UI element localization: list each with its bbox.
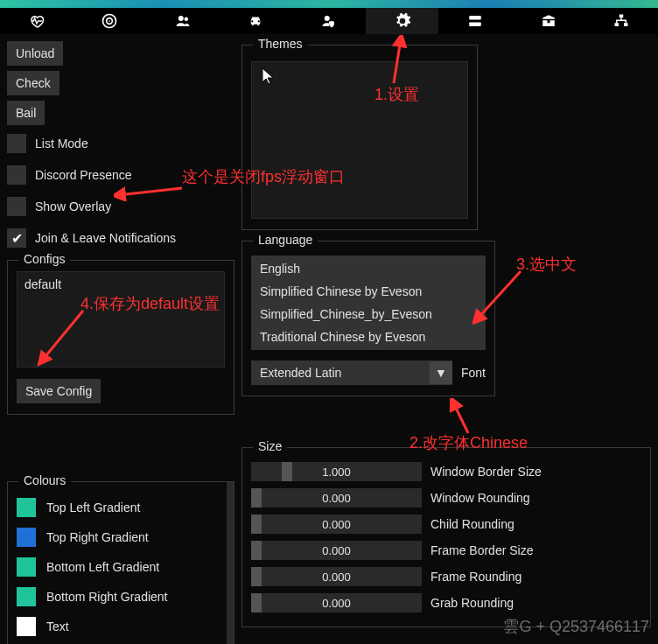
size-label: Window Rounding [430,491,641,505]
language-item[interactable]: Simplified Chinese by Eveson [251,280,486,303]
tab-vehicle[interactable] [220,8,293,34]
themes-list[interactable] [251,61,468,219]
colour-swatch[interactable] [17,528,36,547]
themes-fieldset: Themes [242,45,478,230]
size-slider[interactable]: 0.000 [251,567,422,586]
colour-swatch[interactable] [17,617,36,636]
language-fieldset: Language EnglishSimplified Chinese by Ev… [242,241,495,396]
size-slider[interactable]: 0.000 [251,541,422,560]
colour-row: Text [17,612,223,641]
unload-button[interactable]: Unload [7,41,63,66]
tab-target[interactable] [74,8,147,34]
size-fieldset: Size 1.000Window Border Size0.000Window … [242,447,651,627]
size-row: 0.000Grab Rounding [251,590,641,616]
tab-server[interactable] [438,8,512,34]
language-list: EnglishSimplified Chinese by EvesonSimpl… [251,256,486,350]
size-row: 0.000Child Rounding [251,511,641,537]
size-label: Size [253,439,287,453]
svg-rect-9 [615,23,620,26]
language-label: Language [253,233,318,247]
colour-label: Bottom Right Gradient [46,590,168,604]
list-mode-checkbox[interactable] [7,134,26,153]
list-mode-label: List Mode [35,136,88,150]
font-label: Font [461,366,486,380]
colour-row: Top Right Gradient [17,522,223,552]
svg-rect-6 [469,16,481,20]
discord-checkbox[interactable] [7,165,26,185]
language-item[interactable]: Simplified_Chinese_by_Eveson [251,303,486,326]
slider-value: 1.000 [322,466,351,479]
font-dropdown-icon[interactable]: ▼ [430,361,452,384]
language-item[interactable]: Traditional Chinese by Eveson [251,326,486,348]
slider-value: 0.000 [322,518,351,531]
colour-swatch[interactable] [17,587,36,606]
bail-button[interactable]: Bail [7,101,45,125]
size-slider[interactable]: 0.000 [251,488,422,508]
size-row: 0.000Window Rounding [251,485,641,511]
themes-label: Themes [253,37,308,51]
overlay-label: Show Overlay [35,200,111,214]
slider-value: 0.000 [322,597,351,610]
svg-rect-10 [624,23,628,26]
tab-network[interactable] [585,8,659,34]
slider-value: 0.000 [322,544,351,557]
check-button[interactable]: Check [7,71,60,95]
slider-value: 0.000 [322,492,351,505]
size-label: Child Rounding [430,517,641,531]
size-slider[interactable]: 0.000 [251,514,422,534]
tab-box[interactable] [512,8,585,34]
overlay-checkbox[interactable] [7,197,26,216]
svg-point-3 [178,16,184,21]
svg-point-4 [184,18,188,22]
configs-fieldset: Configs Save Config [7,260,234,415]
slider-value: 0.000 [322,570,351,584]
config-name-input[interactable] [17,271,225,368]
join-leave-label: Join & Leave Notifications [35,231,176,245]
tab-health[interactable] [0,8,74,34]
size-row: 0.000Frame Rounding [251,564,641,590]
colour-swatch[interactable] [17,498,36,517]
colour-row: Top Left Gradient [17,493,223,522]
size-row: 0.000Frame Border Size [251,537,641,564]
colour-label: Bottom Left Gradient [46,560,159,574]
colour-label: Top Left Gradient [46,500,140,514]
colours-scrollbar[interactable] [227,482,234,644]
size-slider[interactable]: 0.000 [251,593,422,612]
colours-fieldset: Colours Top Left GradientTop Right Gradi… [7,481,234,644]
discord-label: Discord Presence [35,168,132,182]
svg-rect-8 [620,15,624,18]
size-label: Frame Rounding [430,570,641,584]
colour-row: Bottom Left Gradient [17,552,223,582]
colour-label: Top Right Gradient [46,530,149,544]
tab-people[interactable] [146,8,220,34]
svg-rect-7 [469,23,481,27]
size-slider[interactable]: 1.000 [251,462,422,481]
tab-user-shield[interactable] [292,8,366,34]
tab-settings[interactable] [366,8,439,34]
language-item[interactable]: English [251,257,486,280]
colours-label: Colours [18,473,71,487]
tab-bar [0,8,658,34]
watermark: 雲G + Q2537466117 [503,616,649,637]
join-leave-checkbox[interactable] [7,228,26,248]
configs-label: Configs [18,252,70,266]
colour-label: Text [46,620,69,634]
size-label: Grab Rounding [430,596,641,610]
size-row: 1.000Window Border Size [251,458,641,485]
svg-point-5 [325,16,330,21]
size-label: Window Border Size [430,465,641,479]
colour-swatch[interactable] [17,557,36,577]
gradient-strip [0,0,658,8]
font-select[interactable]: Extended Latin ▼ [251,360,452,385]
svg-point-2 [109,20,111,22]
save-config-button[interactable]: Save Config [17,379,101,403]
colour-row: Bottom Right Gradient [17,582,223,612]
size-label: Frame Border Size [430,543,641,557]
font-select-value: Extended Latin [260,366,341,380]
